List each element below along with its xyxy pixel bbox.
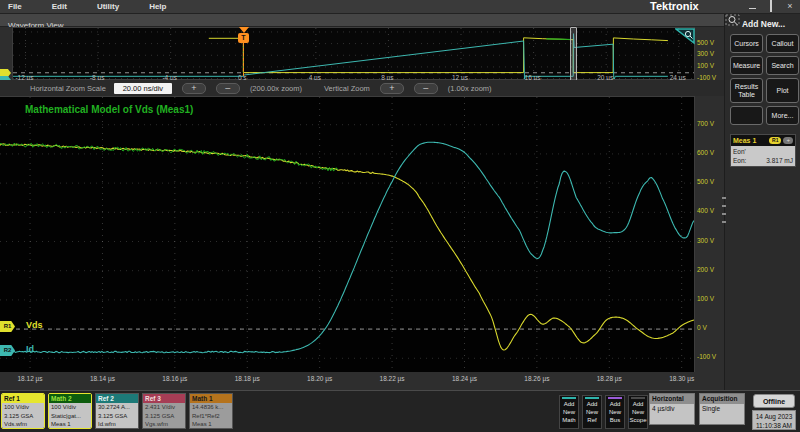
panel-button-callout[interactable]: Callout: [766, 34, 799, 53]
main-x-axis: 18.12 µs18.14 µs18.16 µs18.18 µs18.20 µs…: [0, 372, 695, 389]
main-y-tick: 200 V: [697, 266, 723, 273]
menu-bar: FileEditUtilityHelp: [0, 2, 166, 11]
add-button-line: New: [629, 408, 647, 416]
main-traces: [0, 97, 694, 372]
channel-badge-ref-1[interactable]: Ref 1100 V/div3.125 GSAVds.wfm: [1, 393, 45, 429]
horizontal-settings[interactable]: Horizontal 4 µs/div: [649, 393, 695, 425]
panel-button-search[interactable]: Search: [766, 56, 799, 75]
channel-badge-line: 30.2724 A...: [98, 403, 138, 412]
overview-traces: [13, 28, 694, 79]
v-zoom-factor: (1.00x zoom): [448, 84, 492, 93]
main-x-tick: 18.28 µs: [590, 375, 628, 382]
title-bar: FileEditUtilityHelp Tektronix ×: [0, 0, 800, 14]
main-x-tick: 18.22 µs: [373, 375, 411, 382]
menu-item-file[interactable]: File: [8, 2, 22, 11]
main-y-tick: 300 V: [697, 237, 723, 244]
add-button-line: Scope: [629, 416, 647, 424]
meas1-expand-icon[interactable]: +: [783, 137, 793, 144]
add-new-ref-button[interactable]: AddNewRef: [582, 395, 602, 429]
channel-badge-line: 2.431 V/div: [145, 403, 185, 412]
channel-badge-ref-2[interactable]: Ref 230.2724 A...3.125 GSAId.wfm: [95, 393, 139, 429]
main-y-tick: 400 V: [697, 207, 723, 214]
main-x-tick: 18.20 µs: [301, 375, 339, 382]
add-new-math-button[interactable]: AddNewMath: [559, 395, 579, 429]
add-button-line: Math: [560, 416, 578, 424]
overview-y-tick: 300 V: [697, 50, 723, 57]
channel-badge-title: Math 1: [190, 394, 232, 403]
minimize-icon[interactable]: [746, 1, 758, 11]
meas-result-row: Eon': [733, 147, 793, 156]
channel-color-stripe: [585, 397, 599, 399]
channel-badge-title: Ref 1: [2, 394, 44, 403]
channel-badge-info: 2.431 V/div3.125 GSAVgs.wfm: [143, 403, 185, 429]
main-y-tick: 600 V: [697, 149, 723, 156]
add-button-line: Add: [583, 400, 601, 408]
overview-y-tick: 500 V: [697, 39, 723, 46]
overview-ref1-marker-icon[interactable]: [0, 69, 11, 77]
zoom-window-handle[interactable]: [570, 27, 577, 82]
panel-button-plot[interactable]: Plot: [766, 78, 799, 103]
main-x-tick: 18.24 µs: [445, 375, 483, 382]
meas-result-label: Eon:: [733, 156, 746, 165]
acquisition-mode-value: Single: [700, 404, 744, 424]
plot-annotation-title: Mathematical Model of Vds (Meas1): [25, 104, 193, 115]
main-x-tick: 18.12 µs: [11, 375, 49, 382]
menu-item-edit[interactable]: Edit: [52, 2, 67, 11]
menu-item-utility[interactable]: Utility: [97, 2, 119, 11]
meas1-badge[interactable]: Meas 1 R1 + Eon'Eon:3.817 mJ: [730, 134, 796, 167]
window-controls: ×: [746, 1, 796, 11]
add-button-line: Add: [606, 400, 624, 408]
zoom-scale-bar: Horizontal Zoom Scale 20.00 ns/div + – (…: [0, 80, 746, 96]
panel-button-more-[interactable]: More...: [766, 106, 799, 125]
main-graticule[interactable]: Mathematical Model of Vds (Meas1) R1 Vds…: [0, 96, 695, 372]
close-icon[interactable]: ×: [784, 1, 796, 11]
channel-badge-line: 14.4836 k...: [192, 403, 232, 412]
channel-badge-ref-3[interactable]: Ref 32.431 V/div3.125 GSAVgs.wfm: [142, 393, 186, 429]
trigger-flag[interactable]: T: [238, 33, 249, 43]
zoom-select-button[interactable]: [730, 106, 763, 125]
datetime-display: 14 Aug 2023 11:10:38 AM: [752, 410, 796, 430]
channel-badge-line: Vds.wfm: [4, 420, 44, 429]
v-zoom-decrease-button[interactable]: –: [414, 83, 438, 94]
add-button-line: New: [583, 408, 601, 416]
h-zoom-increase-button[interactable]: +: [182, 83, 206, 94]
channel-badge-title: Math 2: [49, 394, 91, 403]
channel-badge-math-2[interactable]: Math 2100 V/divStatic|gat...Meas 1: [48, 393, 92, 429]
h-zoom-decrease-button[interactable]: –: [216, 83, 240, 94]
horizontal-zoom-scale-value[interactable]: 20.00 ns/div: [114, 83, 172, 94]
add-button-line: Bus: [606, 416, 624, 424]
channel-badge-title: Ref 2: [96, 394, 138, 403]
acquisition-settings[interactable]: Acquisition Single: [699, 393, 745, 425]
channel-badge-math-1[interactable]: Math 114.4836 k...Ref1*Ref2Meas 1: [189, 393, 233, 429]
tektronix-logo: Tektronix: [650, 0, 720, 13]
offline-button[interactable]: Offline: [753, 394, 795, 408]
channel-badge-line: Ref1*Ref2: [192, 412, 232, 421]
meas1-source-badge: R1: [769, 137, 781, 144]
overview-graticule[interactable]: [12, 27, 695, 80]
settings-bar: Ref 1100 V/div3.125 GSAVds.wfmMath 2100 …: [0, 390, 800, 432]
vertical-zoom-label: Vertical Zoom: [324, 84, 370, 93]
restore-icon[interactable]: [765, 1, 777, 11]
panel-button-measure[interactable]: Measure: [730, 56, 763, 75]
time-text: 11:10:38 AM: [753, 421, 795, 430]
main-y-tick: 500 V: [697, 178, 723, 185]
add-new-bus-button[interactable]: AddNewBus: [605, 395, 625, 429]
results-side-panel: Add New... CursorsCalloutMeasureSearchRe…: [724, 14, 800, 390]
overview-y-tick: 100 V: [697, 62, 723, 69]
main-y-tick: -100 V: [697, 353, 723, 360]
channel-badge-info: 100 V/divStatic|gat...Meas 1: [49, 403, 91, 429]
v-zoom-increase-button[interactable]: +: [380, 83, 404, 94]
channel-badge-line: Static|gat...: [51, 412, 91, 421]
panel-button-cursors[interactable]: Cursors: [730, 34, 763, 53]
main-x-tick: 18.18 µs: [228, 375, 266, 382]
date-text: 14 Aug 2023: [753, 412, 795, 421]
channel-color-stripe: [562, 397, 576, 399]
panel-button-results-table[interactable]: Results Table: [730, 78, 763, 103]
menu-item-help[interactable]: Help: [149, 2, 166, 11]
main-y-tick: 100 V: [697, 295, 723, 302]
add-new-scope-button[interactable]: AddNewScope: [628, 395, 648, 429]
channel-badge-info: 14.4836 k...Ref1*Ref2Meas 1: [190, 403, 232, 429]
panel-resize-handle[interactable]: [722, 197, 727, 223]
main-y-tick: 700 V: [697, 120, 723, 127]
meas1-title: Meas 1: [733, 137, 769, 144]
